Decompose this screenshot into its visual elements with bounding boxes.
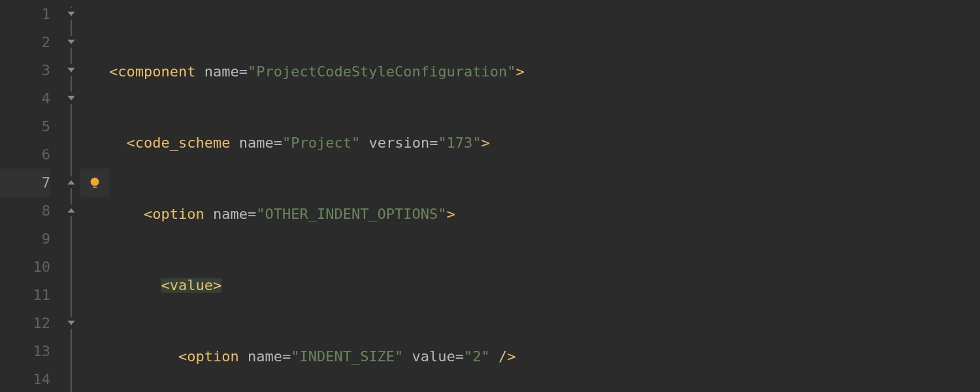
- line-number-current: 7: [0, 169, 50, 197]
- line-number: 8: [0, 197, 50, 225]
- fold-expanded-icon[interactable]: [65, 64, 77, 76]
- fold-collapsed-icon[interactable]: [65, 204, 77, 216]
- code-content[interactable]: <component name="ProjectCodeStyleConfigu…: [109, 0, 980, 392]
- code-line[interactable]: <option name="INDENT_SIZE" value="2" />: [109, 342, 980, 370]
- line-number: 13: [0, 337, 50, 365]
- line-number: 3: [0, 56, 50, 84]
- fold-expanded-icon[interactable]: [65, 8, 77, 20]
- svg-rect-1: [93, 186, 97, 188]
- fold-collapsed-icon[interactable]: [65, 176, 77, 188]
- line-number: 12: [0, 309, 50, 337]
- svg-point-0: [91, 177, 99, 186]
- code-line[interactable]: <code_scheme name="Project" version="173…: [109, 129, 980, 157]
- fold-expanded-icon[interactable]: [65, 36, 77, 48]
- line-number-gutter: 1 2 3 4 5 6 7 8 9 10 11 12 13 14: [0, 0, 62, 392]
- lightbulb-icon: [88, 176, 102, 190]
- intention-gutter: [80, 0, 109, 392]
- code-line[interactable]: <component name="ProjectCodeStyleConfigu…: [109, 57, 980, 86]
- code-editor[interactable]: 1 2 3 4 5 6 7 8 9 10 11 12 13 14: [0, 0, 980, 392]
- line-number: 4: [0, 84, 50, 112]
- line-number: 9: [0, 225, 50, 253]
- line-number: 1: [0, 0, 50, 28]
- line-number: 11: [0, 281, 50, 309]
- fold-expanded-icon[interactable]: [65, 92, 77, 104]
- code-line[interactable]: <value>: [109, 271, 980, 299]
- line-number: 2: [0, 28, 50, 56]
- fold-expanded-icon[interactable]: [65, 317, 77, 329]
- code-line[interactable]: <option name="OTHER_INDENT_OPTIONS">: [109, 200, 980, 228]
- fold-gutter[interactable]: [62, 0, 80, 392]
- intention-bulb[interactable]: [80, 169, 109, 197]
- line-number: 6: [0, 140, 50, 169]
- line-number: 10: [0, 253, 50, 281]
- line-number: 5: [0, 112, 50, 140]
- line-number: 14: [0, 365, 50, 392]
